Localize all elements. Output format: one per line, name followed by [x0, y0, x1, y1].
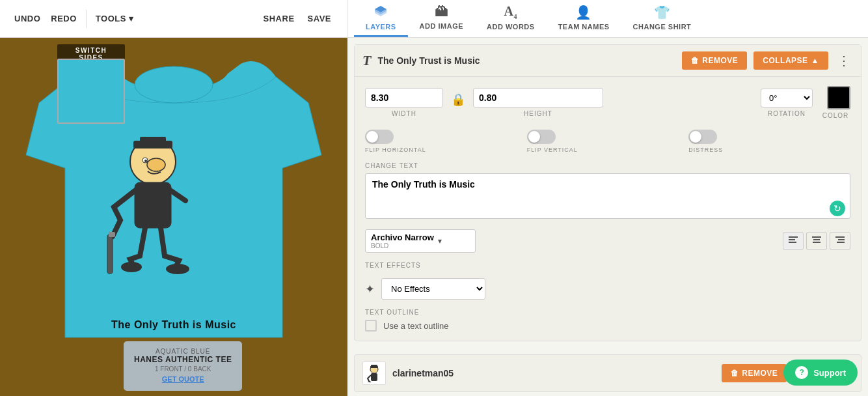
svg-rect-21 — [813, 242, 821, 243]
svg-rect-24 — [837, 242, 845, 243]
wand-icon: ✦ — [365, 282, 375, 296]
align-right-button[interactable] — [830, 232, 850, 250]
shirt-text: The Only Truth is Music — [111, 319, 236, 331]
svg-rect-11 — [135, 182, 171, 228]
height-group: HEIGHT — [473, 88, 603, 117]
flip-h-toggle[interactable] — [365, 130, 394, 144]
save-button[interactable]: SAVE — [303, 11, 336, 26]
rotation-label: ROTATION — [768, 110, 806, 117]
height-input[interactable] — [473, 88, 603, 107]
svg-rect-18 — [789, 242, 796, 243]
svg-point-4 — [135, 66, 213, 103]
chevron-down-icon: ▾ — [129, 14, 134, 23]
svg-point-10 — [147, 158, 165, 171]
refresh-icon[interactable]: ↻ — [830, 201, 845, 216]
trash-icon: 🗑 — [691, 56, 699, 65]
layer-1-content: WIDTH 🔒 HEIGHT 0°90°180°270° ROTATION — [355, 76, 861, 341]
tab-nav: LAYERS 🏔 ADD IMAGE A4 ADD WORDS 👤 TEAM N… — [347, 0, 868, 37]
font-info: Archivo Narrow BOLD — [371, 233, 434, 249]
color-label: COLOR — [822, 112, 849, 119]
font-row: Archivo Narrow BOLD ▾ — [365, 229, 850, 253]
cartoon-figure — [88, 135, 218, 279]
layer-1-collapse-button[interactable]: COLLAPSE ▲ — [753, 51, 828, 70]
flip-v-toggle[interactable] — [527, 130, 556, 144]
svg-rect-19 — [812, 236, 821, 238]
tab-add-words[interactable]: A4 ADD WORDS — [475, 0, 547, 37]
text-layer-icon: T — [362, 52, 371, 69]
canvas-area: The Only Truth is Music SWITCH SIDES AQU… — [0, 38, 347, 396]
add-image-icon: 🏔 — [435, 5, 448, 20]
align-buttons — [783, 232, 850, 250]
svg-point-14 — [121, 262, 142, 272]
product-card: AQUATIC BLUE HANES AUTHENTIC TEE 1 FRONT… — [124, 341, 242, 391]
outline-checkbox[interactable] — [365, 320, 377, 332]
tab-team-names-label: TEAM NAMES — [558, 23, 610, 31]
svg-rect-17 — [789, 239, 795, 240]
tab-add-words-label: ADD WORDS — [487, 23, 535, 31]
product-title: HANES AUTHENTIC TEE — [134, 355, 232, 364]
lock-icon[interactable]: 🔒 — [451, 92, 465, 107]
layer-2-remove-button[interactable]: 🗑 REMOVE — [722, 364, 787, 382]
share-button[interactable]: SHARE — [258, 11, 300, 26]
align-left-button[interactable] — [783, 232, 804, 250]
width-label: WIDTH — [392, 110, 416, 117]
height-label: HEIGHT — [524, 110, 552, 117]
tab-layers[interactable]: LAYERS — [354, 0, 408, 37]
width-group: WIDTH — [365, 88, 443, 117]
effects-select[interactable]: No Effects — [381, 278, 485, 300]
support-button[interactable]: ? Support — [783, 360, 858, 386]
undo-button[interactable]: UNDO — [10, 11, 44, 26]
rotation-select[interactable]: 0°90°180°270° — [761, 89, 813, 107]
support-icon: ? — [795, 366, 808, 379]
layer-1-more-button[interactable]: ⋮ — [835, 53, 853, 68]
tab-layers-label: LAYERS — [366, 23, 396, 31]
right-panel: T The Only Trust is Music 🗑 REMOVE COLLA… — [347, 38, 868, 396]
distress-group: DISTRESS — [688, 130, 850, 153]
effects-row: ✦ No Effects — [365, 278, 850, 300]
svg-rect-7 — [140, 137, 166, 143]
distress-toggle[interactable] — [688, 130, 717, 144]
redo-button[interactable]: REDO — [47, 11, 81, 26]
distress-knob — [690, 131, 701, 143]
change-text-textarea[interactable]: The Only Truth is Music — [365, 173, 850, 219]
header-left: UNDO REDO TOOLS ▾ SHARE SAVE — [0, 0, 347, 37]
add-words-icon: A4 — [504, 4, 517, 20]
layers-icon — [373, 5, 388, 20]
font-select[interactable]: Archivo Narrow BOLD ▾ — [365, 229, 476, 253]
layer-1-title: The Only Trust is Music — [377, 55, 675, 66]
trash-icon-2: 🗑 — [731, 369, 739, 378]
tools-button[interactable]: TOOLS ▾ — [92, 11, 138, 26]
align-center-button[interactable] — [806, 232, 827, 250]
header-row: UNDO REDO TOOLS ▾ SHARE SAVE LAYERS — [0, 0, 868, 38]
tab-add-image-label: ADD IMAGE — [420, 22, 463, 30]
outline-row: Use a text outline — [365, 320, 850, 332]
team-names-icon: 👤 — [575, 5, 592, 20]
svg-point-15 — [166, 264, 189, 274]
tab-change-shirt[interactable]: 👕 CHANGE SHIRT — [621, 0, 703, 37]
tab-team-names[interactable]: 👤 TEAM NAMES — [547, 0, 621, 37]
chevron-up-icon: ▲ — [811, 56, 819, 65]
tab-add-image[interactable]: 🏔 ADD IMAGE — [408, 0, 475, 37]
width-input[interactable] — [365, 88, 443, 107]
font-style: BOLD — [371, 242, 434, 249]
flip-h-label: FLIP HORIZONTAL — [365, 147, 426, 153]
svg-rect-12 — [107, 234, 113, 274]
layer-1-remove-button[interactable]: 🗑 REMOVE — [682, 51, 748, 70]
shirt-thumbnail — [57, 59, 125, 124]
svg-rect-22 — [835, 236, 845, 238]
tools-label: TOOLS — [96, 14, 126, 23]
layer-2-title: clarinetman05 — [392, 368, 715, 378]
main-content: The Only Truth is Music SWITCH SIDES AQU… — [0, 38, 868, 396]
get-quote-button[interactable]: GET QUOTE — [162, 375, 204, 383]
text-outline-section: TEXT OUTLINE — [365, 309, 850, 320]
distress-label: DISTRESS — [688, 147, 723, 153]
effects-section-label: TEXT EFFECTS — [365, 262, 424, 269]
divider — [86, 10, 87, 28]
flip-v-group: FLIP VERTICAL — [527, 130, 689, 153]
product-sub: 1 FRONT / 0 BACK — [134, 365, 232, 373]
font-chevron-icon: ▾ — [438, 236, 442, 246]
color-group: COLOR — [821, 86, 850, 119]
outline-section-label: TEXT OUTLINE — [365, 309, 850, 316]
color-swatch[interactable] — [827, 86, 850, 109]
layer-1-header: T The Only Trust is Music 🗑 REMOVE COLLA… — [355, 45, 861, 76]
